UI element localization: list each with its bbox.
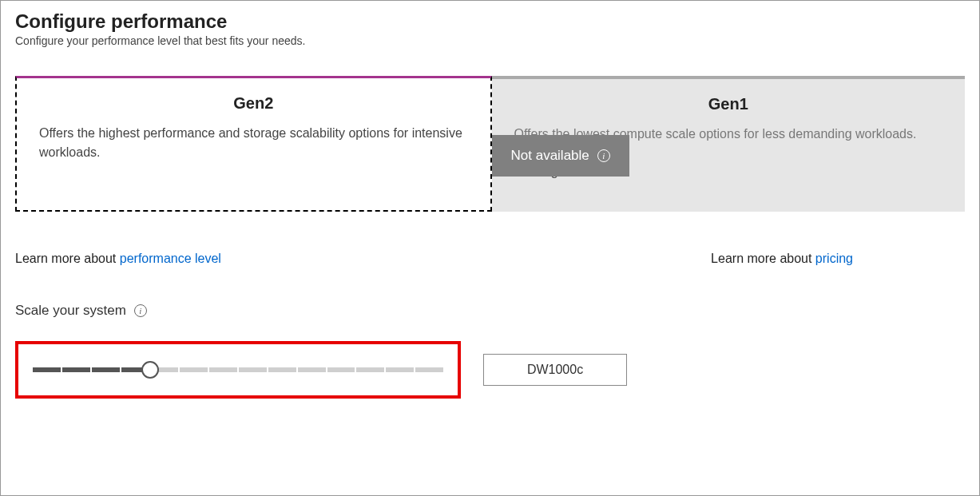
- tab-gen2[interactable]: Gen2 Offers the highest performance and …: [15, 76, 492, 212]
- page-title: Configure performance: [15, 10, 965, 33]
- tab-gen2-desc: Offers the highest performance and stora…: [39, 124, 468, 162]
- performance-level-link[interactable]: performance level: [120, 252, 221, 265]
- slider-segment: [209, 367, 237, 372]
- learn-more-row: Learn more about performance level Learn…: [15, 252, 965, 266]
- learn-perf-prefix: Learn more about: [15, 252, 120, 265]
- tab-gen1: Gen1 Offers the lowest compute scale opt…: [492, 76, 966, 212]
- slider-segment: [239, 367, 267, 372]
- tab-gen1-title: Gen1: [514, 95, 943, 113]
- info-icon[interactable]: [134, 304, 147, 317]
- slider-segment: [356, 367, 384, 372]
- learn-more-pricing: Learn more about pricing: [711, 252, 853, 266]
- slider-segment: [268, 367, 296, 372]
- slider-segment: [62, 367, 90, 372]
- pricing-link[interactable]: pricing: [815, 252, 853, 265]
- learn-pricing-prefix: Learn more about: [711, 252, 815, 265]
- scale-slider[interactable]: [33, 367, 443, 373]
- slider-segment: [298, 367, 326, 372]
- tab-gen2-title: Gen2: [39, 94, 468, 113]
- slider-segment: [415, 367, 443, 372]
- scale-row: DW1000c: [15, 341, 965, 399]
- learn-more-performance: Learn more about performance level: [15, 252, 221, 266]
- slider-segment: [327, 367, 355, 372]
- not-available-label: Not available: [511, 148, 589, 164]
- slider-segment: [33, 367, 61, 372]
- slider-segment: [386, 367, 414, 372]
- not-available-overlay: Not available: [492, 135, 629, 177]
- page-subtitle: Configure your performance level that be…: [15, 34, 965, 47]
- slider-handle[interactable]: [141, 361, 159, 379]
- scale-slider-highlight: [15, 341, 461, 399]
- performance-tabs: Gen2 Offers the highest performance and …: [15, 76, 965, 212]
- scale-label-row: Scale your system: [15, 303, 965, 319]
- info-icon[interactable]: [597, 149, 610, 162]
- scale-value: DW1000c: [483, 354, 627, 386]
- slider-segment: [92, 367, 120, 372]
- scale-label: Scale your system: [15, 303, 126, 319]
- slider-segment: [180, 367, 208, 372]
